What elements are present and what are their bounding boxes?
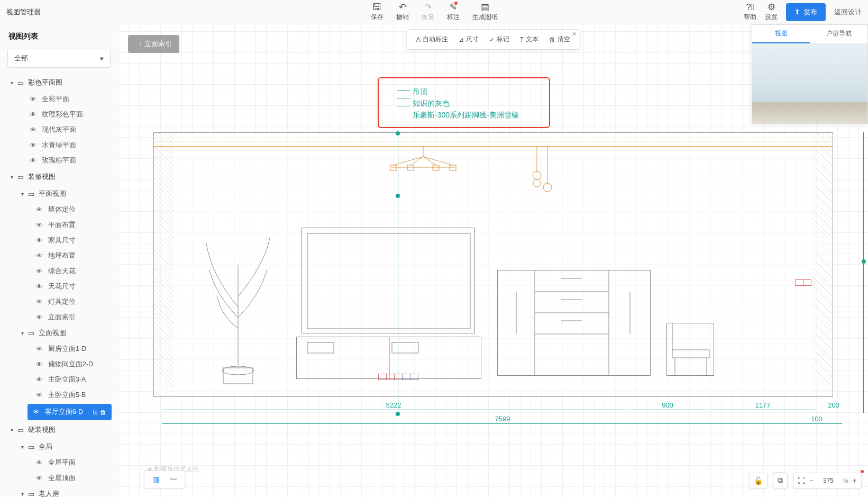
tab-view[interactable]: 视图 [752,25,810,43]
badge-dot [454,2,458,5]
tab-nav[interactable]: 户型导航 [810,25,867,43]
zoom-out-button[interactable]: − [809,476,814,485]
plant-sketch [190,212,286,386]
badge-dot [861,470,864,473]
tree-leaf-furnsize[interactable]: 👁家具尺寸 [0,233,118,248]
eye-icon: 👁 [36,267,43,275]
document-icon: ▤ [481,3,489,12]
tree-group-deco[interactable]: ▾▭装修视图 [0,168,118,186]
dimension-button[interactable]: ⊿尺寸 [454,33,483,46]
callout-leader-lines [397,86,410,106]
ceiling-line [153,141,833,141]
annotate-button[interactable]: ✎ 标注 [447,3,460,22]
tree-leaf-master3[interactable]: 👁主卧立面3-A [0,372,118,387]
tree-leaf-elevindex[interactable]: 👁立面索引 [0,310,118,325]
tree-leaf-planlayout[interactable]: 👁平面布置 [0,218,118,233]
undo-icon: ↶ [399,3,406,12]
tree-leaf-light[interactable]: 👁灯具定位 [0,294,118,310]
floor-tile-markers [378,374,418,380]
mark-button[interactable]: ✓标记 [485,33,514,46]
svg-rect-19 [307,342,334,353]
folder-icon: ▭ [28,329,34,337]
elevation-drawing[interactable] [127,132,860,413]
mark-icon: ✓ [489,36,495,43]
pendant-light-sketch [529,146,555,194]
settings-button[interactable]: ⚙ 设置 [765,3,778,22]
save-button[interactable]: 🖫 保存 [371,3,383,22]
redo-button[interactable]: ↷ 恢复 [422,3,434,22]
text-button[interactable]: T文本 [516,33,543,46]
cabinet-sketch [497,270,651,376]
tree-sub-elder[interactable]: ▾▭老人房 [0,486,118,497]
delete-icon[interactable]: 🗑 [100,409,106,416]
svg-rect-16 [223,368,253,384]
clear-button[interactable]: 🗑清空 [545,33,574,46]
eye-icon: 👁 [36,474,43,482]
undo-button[interactable]: ↶ 撤销 [396,3,409,22]
copy-button[interactable]: ⧉ [773,472,788,489]
publish-button[interactable]: ⬆ 发布 [786,3,826,21]
tree-group-hard[interactable]: ▾▭硬装视图 [0,421,118,439]
tree-sub-global[interactable]: ▾▭全局 [0,439,118,455]
svg-line-7 [410,157,423,165]
tv-sketch [301,228,475,333]
link-icon[interactable]: ⎘ [93,409,97,416]
ceiling-line-2 [153,146,833,147]
back-button[interactable]: 〈 立面索引 [128,35,179,53]
app-title: 视图管理器 [0,7,41,17]
annotation-toolbar: A自动标注 ⊿尺寸 ✓标记 T文本 🗑清空 ✕ [406,29,580,50]
tree-leaf-ceilingsize[interactable]: 👁天花尺寸 [0,279,118,294]
help-button[interactable]: ?⃝ 帮助 [744,3,756,22]
fullscreen-icon[interactable]: ⛶ [798,476,805,485]
tree-leaf-floor[interactable]: 👁地坪布置 [0,248,118,264]
tree-leaf-texture[interactable]: 👁纹理彩色平面 [0,107,118,122]
tree-sub-plan[interactable]: ▾▭平面视图 [0,186,118,202]
tree-leaf-kitchen[interactable]: 👁厨房立面1-D [0,341,118,357]
tree-leaf-storage[interactable]: 👁储物间立面2-D [0,357,118,372]
tree-leaf-ceilingcomp[interactable]: 👁综合天花 [0,264,118,279]
gear-icon: ⚙ [768,3,775,12]
zoom-controls: ⛶ − 375 % + [793,473,862,489]
sheet-view-button[interactable]: ▥ [150,474,161,485]
wall-hatch-right [812,132,833,397]
ruler-icon: ⊿ [459,36,464,43]
zoom-value: 375 [818,477,839,484]
tree-leaf-wholeplan[interactable]: 👁全屋平面 [0,455,118,471]
lock-button[interactable]: 🔓 [749,473,768,489]
tree-group-color[interactable]: ▾▭彩色平面图 [0,74,118,92]
tree-leaf-wholeceiling[interactable]: 👁全屋顶面 [0,471,118,486]
tree-leaf-master5[interactable]: 👁主卧立面5-B [0,387,118,403]
tree-leaf-rose[interactable]: 👁玫瑰棕平面 [0,153,118,168]
eye-icon: 👁 [36,459,43,467]
auto-annotate-button[interactable]: A自动标注 [412,33,452,46]
tree-leaf-moderngray[interactable]: 👁现代灰平面 [0,122,118,138]
upload-icon: ⬆ [794,8,800,16]
svg-rect-5 [450,165,456,170]
zoom-in-button[interactable]: + [853,476,857,485]
folder-icon: ▭ [28,443,34,451]
tree-sub-elev[interactable]: ▾▭立面视图 [0,325,118,341]
close-icon[interactable]: ✕ [572,31,577,38]
tree-leaf-living6-active[interactable]: 👁客厅立面6-D ⎘🗑 [28,404,112,420]
folder-icon: ▭ [28,490,34,497]
svg-rect-4 [433,165,439,170]
view-mode-toggle: ▥ 〰 [144,471,185,489]
eye-icon: 👁 [36,206,43,214]
return-button[interactable]: 返回设计 [834,7,862,17]
generate-button[interactable]: ▤ 生成图纸 [472,3,498,22]
marker-dot [396,194,400,198]
eye-icon: 👁 [30,126,36,134]
freeform-view-button[interactable]: 〰 [168,474,179,485]
eye-icon: 👁 [30,111,36,119]
eye-icon: 👁 [36,298,43,306]
tree-leaf-fullcolor[interactable]: 👁全彩平面 [0,92,118,107]
preview-thumbnail[interactable] [752,44,867,123]
chandelier-sketch [381,146,465,178]
folder-icon: ▭ [28,190,34,198]
tree-leaf-aqua[interactable]: 👁水青绿平面 [0,138,118,153]
eye-icon: 👁 [33,408,40,416]
svg-rect-3 [407,165,414,170]
zoom-percent: % [843,477,848,484]
tree-leaf-wallpos[interactable]: 👁墙体定位 [0,202,118,218]
filter-select[interactable]: 全部 ▾ [7,49,111,68]
